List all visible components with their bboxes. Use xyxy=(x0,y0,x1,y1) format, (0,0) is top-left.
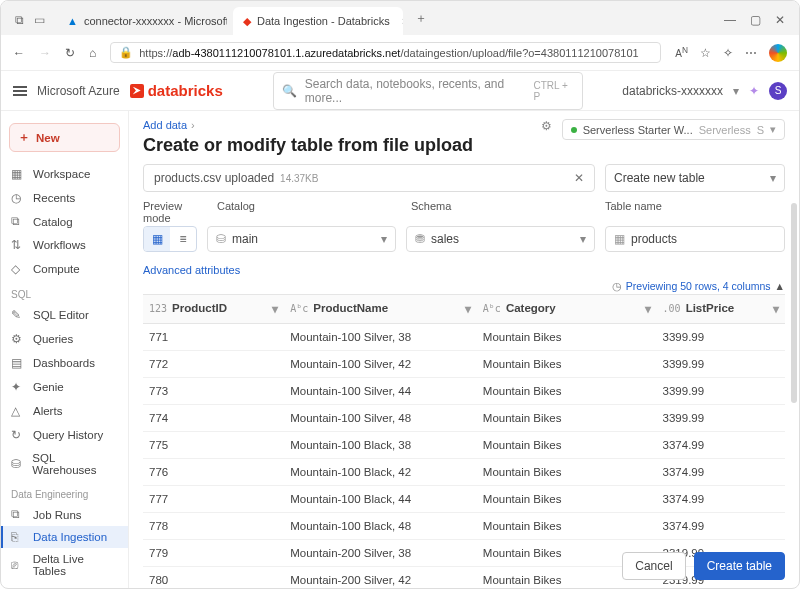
database-icon: ⛁ xyxy=(216,232,226,246)
sidebar-icon: ⧉ xyxy=(11,215,25,228)
chevron-down-icon[interactable]: ▾ xyxy=(645,302,651,316)
close-icon[interactable]: × xyxy=(402,15,403,27)
cell: Mountain Bikes xyxy=(477,351,657,378)
reader-icon[interactable]: AN xyxy=(675,45,688,59)
cell: 3374.99 xyxy=(657,513,785,540)
sidebar-item-data-ingestion[interactable]: ⎘Data Ingestion xyxy=(1,526,128,548)
back-icon[interactable]: ← xyxy=(13,46,25,60)
cell: Mountain-100 Black, 38 xyxy=(284,432,477,459)
tab-title: Data Ingestion - Databricks xyxy=(257,15,390,27)
file-name: products.csv uploaded xyxy=(154,171,274,185)
cell: 779 xyxy=(143,540,284,567)
table-row[interactable]: 771Mountain-100 Silver, 38Mountain Bikes… xyxy=(143,324,785,351)
schema-select[interactable]: ⛃sales▾ xyxy=(406,226,595,252)
menu-toggle-icon[interactable] xyxy=(13,86,27,96)
sidebar-item-delta-live-tables[interactable]: ⎚Delta Live Tables xyxy=(1,548,128,582)
sidebar-item-recents[interactable]: ◷Recents xyxy=(1,186,128,210)
cell: Mountain Bikes xyxy=(477,324,657,351)
cell: 3399.99 xyxy=(657,351,785,378)
gear-icon[interactable]: ⚙ xyxy=(541,119,552,133)
cell: Mountain Bikes xyxy=(477,432,657,459)
column-header-productid[interactable]: 123ProductID▾ xyxy=(143,295,284,324)
new-button[interactable]: ＋New xyxy=(9,123,120,152)
scrollbar[interactable] xyxy=(791,203,797,403)
cell: 780 xyxy=(143,567,284,589)
chevron-down-icon[interactable]: ▾ xyxy=(465,302,471,316)
workspace-switcher[interactable]: databricks-xxxxxxx xyxy=(622,84,723,98)
sidebar-item-alerts[interactable]: △Alerts xyxy=(1,399,128,423)
sidebar-item-catalog[interactable]: ⧉Catalog xyxy=(1,210,128,233)
table-action-select[interactable]: Create new table▾ xyxy=(605,164,785,192)
sidebar-item-queries[interactable]: ⚙Queries xyxy=(1,327,128,351)
copilot-icon[interactable] xyxy=(769,44,787,62)
new-tab-button[interactable]: ＋ xyxy=(409,6,433,35)
cancel-button[interactable]: Cancel xyxy=(622,552,685,580)
cell: Mountain-200 Silver, 38 xyxy=(284,540,477,567)
table-row[interactable]: 776Mountain-100 Black, 42Mountain Bikes3… xyxy=(143,459,785,486)
cell: 771 xyxy=(143,324,284,351)
sidebar-item-workflows[interactable]: ⇅Workflows xyxy=(1,233,128,257)
table-row[interactable]: 777Mountain-100 Black, 44Mountain Bikes3… xyxy=(143,486,785,513)
sidebar-icon: ⛁ xyxy=(11,457,24,471)
assist-icon[interactable]: ✦ xyxy=(749,84,759,98)
sidebar-icon: ⧉ xyxy=(11,508,25,521)
close-window-icon[interactable]: ✕ xyxy=(775,13,785,27)
window-icon[interactable]: ⧉ xyxy=(15,13,24,27)
cluster-selector[interactable]: Serverless Starter W... Serverless S ▾ xyxy=(562,119,785,140)
table-row[interactable]: 772Mountain-100 Silver, 42Mountain Bikes… xyxy=(143,351,785,378)
column-header-productname[interactable]: AᵇcProductName▾ xyxy=(284,295,477,324)
sidebar-icon: ▤ xyxy=(11,356,25,370)
chevron-down-icon: ▾ xyxy=(580,232,586,246)
tablename-input[interactable]: ▦products xyxy=(605,226,785,252)
grid-view-icon[interactable]: ▦ xyxy=(144,227,170,251)
extensions-icon[interactable]: ✧ xyxy=(723,46,733,60)
plus-icon: ＋ xyxy=(18,130,30,145)
browser-tab-databricks[interactable]: ◆ Data Ingestion - Databricks × xyxy=(233,7,403,35)
table-row[interactable]: 775Mountain-100 Black, 38Mountain Bikes3… xyxy=(143,432,785,459)
breadcrumb[interactable]: Add data› xyxy=(143,119,531,131)
favorite-icon[interactable]: ☆ xyxy=(700,46,711,60)
sidebar-item-query-history[interactable]: ↻Query History xyxy=(1,423,128,447)
azure-icon: ▲ xyxy=(67,15,78,27)
sidebar-item-workspace[interactable]: ▦Workspace xyxy=(1,162,128,186)
sort-icon[interactable]: ▲ xyxy=(775,280,785,292)
sidebar-item-job-runs[interactable]: ⧉Job Runs xyxy=(1,503,128,526)
catalog-select[interactable]: ⛁main▾ xyxy=(207,226,396,252)
create-table-button[interactable]: Create table xyxy=(694,552,785,580)
table-row[interactable]: 773Mountain-100 Silver, 44Mountain Bikes… xyxy=(143,378,785,405)
home-icon[interactable]: ⌂ xyxy=(89,46,96,60)
cell: 3374.99 xyxy=(657,459,785,486)
global-search[interactable]: 🔍 Search data, notebooks, recents, and m… xyxy=(273,72,583,110)
table-row[interactable]: 778Mountain-100 Black, 48Mountain Bikes3… xyxy=(143,513,785,540)
column-header-listprice[interactable]: .00ListPrice▾ xyxy=(657,295,785,324)
browser-tab-azure[interactable]: ▲ connector-xxxxxxx - Microsoft Az xyxy=(57,7,227,35)
list-view-icon[interactable]: ≡ xyxy=(170,227,196,251)
sidebar-item-dashboards[interactable]: ▤Dashboards xyxy=(1,351,128,375)
url-input[interactable]: 🔒 https://adb-4380111210078101.1.azureda… xyxy=(110,42,661,63)
cell: 3399.99 xyxy=(657,405,785,432)
column-header-category[interactable]: AᵇcCategory▾ xyxy=(477,295,657,324)
chevron-down-icon[interactable]: ▾ xyxy=(733,84,739,98)
cell: Mountain-100 Silver, 44 xyxy=(284,378,477,405)
cell: Mountain Bikes xyxy=(477,378,657,405)
user-avatar[interactable]: S xyxy=(769,82,787,100)
sidebar-item-sql-warehouses[interactable]: ⛁SQL Warehouses xyxy=(1,447,128,481)
sidebar-item-compute[interactable]: ◇Compute xyxy=(1,257,128,281)
chevron-down-icon[interactable]: ▾ xyxy=(773,302,779,316)
minimize-icon[interactable]: — xyxy=(724,13,736,27)
maximize-icon[interactable]: ▢ xyxy=(750,13,761,27)
tabs-icon[interactable]: ▭ xyxy=(34,13,45,27)
advanced-attributes-link[interactable]: Advanced attributes xyxy=(143,264,785,276)
data-preview-table: 123ProductID▾AᵇcProductName▾AᵇcCategory▾… xyxy=(143,294,785,588)
sidebar-icon: ⚙ xyxy=(11,332,25,346)
refresh-icon[interactable]: ↻ xyxy=(65,46,75,60)
remove-file-icon[interactable]: ✕ xyxy=(574,171,584,185)
cell: 774 xyxy=(143,405,284,432)
brand-databricks[interactable]: databricks xyxy=(130,82,223,99)
sidebar-item-genie[interactable]: ✦Genie xyxy=(1,375,128,399)
footer-actions: Cancel Create table xyxy=(622,552,785,580)
menu-icon[interactable]: ⋯ xyxy=(745,46,757,60)
chevron-down-icon[interactable]: ▾ xyxy=(272,302,278,316)
sidebar-item-sql-editor[interactable]: ✎SQL Editor xyxy=(1,303,128,327)
table-row[interactable]: 774Mountain-100 Silver, 48Mountain Bikes… xyxy=(143,405,785,432)
